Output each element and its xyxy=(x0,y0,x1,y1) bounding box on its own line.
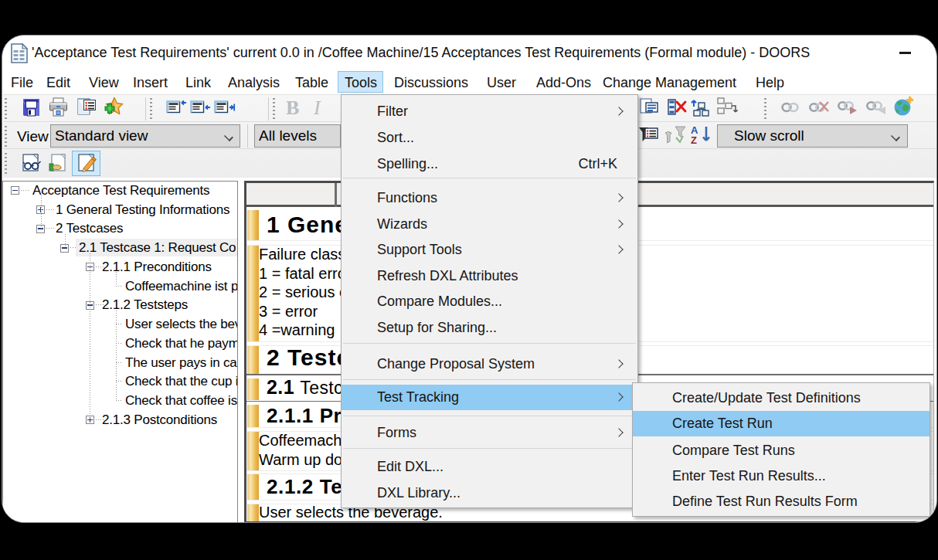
svg-text:Z: Z xyxy=(691,134,697,146)
